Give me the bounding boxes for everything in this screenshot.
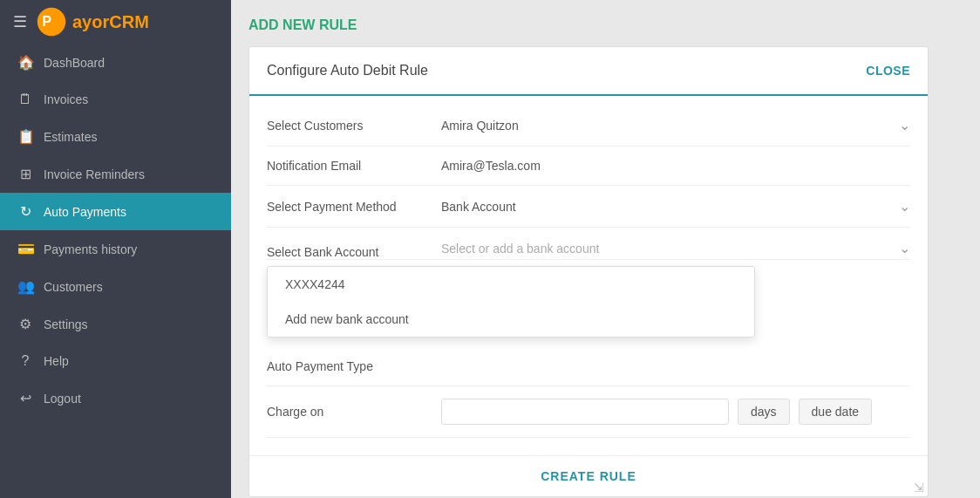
modal-header: Configure Auto Debit Rule CLOSE	[249, 47, 928, 96]
select-bank-account-label: Select Bank Account	[267, 240, 441, 259]
charge-on-controls: days due date	[441, 399, 872, 425]
charge-days-label: days	[738, 399, 790, 425]
bank-account-placeholder: Select or add a bank account	[441, 242, 599, 256]
modal-footer: CREATE RULE	[249, 455, 928, 496]
sidebar-item-label: DashBoard	[44, 56, 105, 70]
sidebar-item-customers[interactable]: 👥 Customers	[0, 268, 231, 305]
select-customers-dropdown[interactable]: Amira Quitzon ⌄	[441, 117, 910, 133]
sidebar-item-help[interactable]: ? Help	[0, 343, 231, 379]
auto-payments-icon: ↻	[17, 203, 33, 220]
sidebar-item-invoices[interactable]: 🗒 Invoices	[0, 81, 231, 118]
sidebar-item-logout[interactable]: ↩ Logout	[0, 379, 231, 417]
modal-title: Configure Auto Debit Rule	[267, 63, 428, 78]
invoices-icon: 🗒	[17, 92, 33, 107]
resize-handle-icon[interactable]: ⇲	[914, 481, 924, 495]
svg-text:P: P	[42, 13, 51, 29]
select-bank-account-row: Select Bank Account Select or add a bank…	[267, 228, 910, 260]
sidebar: ☰ P ayorCRM 🏠 DashBoard 🗒 Invoices 📋 Est…	[0, 0, 231, 498]
logout-icon: ↩	[17, 390, 33, 406]
sidebar-item-payments-history[interactable]: 💳 Payments history	[0, 230, 231, 268]
charge-on-row: Charge on days due date	[267, 386, 910, 438]
auto-payment-type-row: Auto Payment Type	[267, 347, 910, 386]
select-customers-value: Amira Quitzon	[441, 119, 519, 133]
sidebar-item-label: Help	[44, 354, 69, 368]
sidebar-header: ☰ P ayorCRM	[0, 0, 231, 44]
close-button[interactable]: CLOSE	[866, 64, 910, 78]
notification-email-input[interactable]	[441, 159, 910, 173]
main-content: ADD NEW RULE Configure Auto Debit Rule C…	[231, 0, 980, 498]
payment-method-value: Bank Account	[441, 200, 516, 214]
chevron-down-icon: ⌄	[899, 240, 910, 256]
sidebar-item-auto-payments[interactable]: ↻ Auto Payments	[0, 193, 231, 230]
select-customers-row: Select Customers Amira Quitzon ⌄	[267, 105, 910, 147]
payments-history-icon: 💳	[17, 241, 33, 257]
sidebar-item-label: Settings	[44, 317, 88, 331]
select-payment-method-label: Select Payment Method	[267, 200, 441, 214]
auto-payment-type-label: Auto Payment Type	[267, 359, 441, 373]
sidebar-item-invoice-reminders[interactable]: ⊞ Invoice Reminders	[0, 155, 231, 193]
chevron-down-icon: ⌄	[899, 117, 910, 133]
bank-account-option-xxxx4244[interactable]: XXXX4244	[268, 267, 754, 302]
notification-email-field	[441, 159, 910, 173]
sidebar-item-settings[interactable]: ⚙ Settings	[0, 305, 231, 343]
bank-account-option-add-new[interactable]: Add new bank account	[268, 302, 754, 337]
modal-container: Configure Auto Debit Rule CLOSE Select C…	[248, 46, 929, 497]
dashboard-icon: 🏠	[17, 54, 33, 71]
logo-icon: P	[36, 6, 67, 38]
bank-account-dropdown[interactable]: Select or add a bank account ⌄	[441, 240, 910, 256]
bank-account-dropdown-menu: XXXX4244 Add new bank account	[267, 266, 755, 338]
select-customers-label: Select Customers	[267, 119, 441, 133]
sidebar-item-dashboard[interactable]: 🏠 DashBoard	[0, 44, 231, 81]
notification-email-label: Notification Email	[267, 159, 441, 173]
sidebar-item-label: Auto Payments	[44, 205, 126, 219]
charge-on-label: Charge on	[267, 405, 441, 419]
logo-brand: CRM	[109, 12, 149, 31]
estimates-icon: 📋	[17, 128, 33, 145]
sidebar-item-label: Invoice Reminders	[44, 167, 145, 181]
sidebar-item-label: Payments history	[44, 242, 137, 256]
hamburger-icon[interactable]: ☰	[13, 12, 27, 31]
sidebar-item-estimates[interactable]: 📋 Estimates	[0, 118, 231, 155]
charge-due-label: due date	[799, 399, 873, 425]
help-icon: ?	[17, 353, 33, 369]
sidebar-item-label: Customers	[44, 280, 103, 294]
logo-text: ayorCRM	[72, 12, 149, 32]
invoice-reminders-icon: ⊞	[17, 166, 33, 182]
charge-on-input[interactable]	[441, 399, 729, 425]
customers-icon: 👥	[17, 278, 33, 295]
modal-body: Select Customers Amira Quitzon ⌄ Notific…	[249, 96, 928, 455]
select-payment-method-row: Select Payment Method Bank Account ⌄	[267, 186, 910, 228]
sidebar-item-label: Logout	[44, 392, 81, 406]
sidebar-item-label: Estimates	[44, 130, 97, 144]
create-rule-button[interactable]: CREATE RULE	[541, 469, 636, 483]
page-title: ADD NEW RULE	[248, 17, 963, 33]
logo-prefix: ayor	[72, 12, 109, 31]
bank-account-dropdown-wrapper: Select or add a bank account ⌄ XXXX4244 …	[441, 240, 910, 256]
notification-email-row: Notification Email	[267, 147, 910, 186]
logo-area: P ayorCRM	[36, 6, 149, 38]
sidebar-item-label: Invoices	[44, 92, 88, 106]
chevron-down-icon: ⌄	[899, 198, 910, 215]
select-payment-method-dropdown[interactable]: Bank Account ⌄	[441, 198, 910, 215]
settings-icon: ⚙	[17, 316, 33, 332]
